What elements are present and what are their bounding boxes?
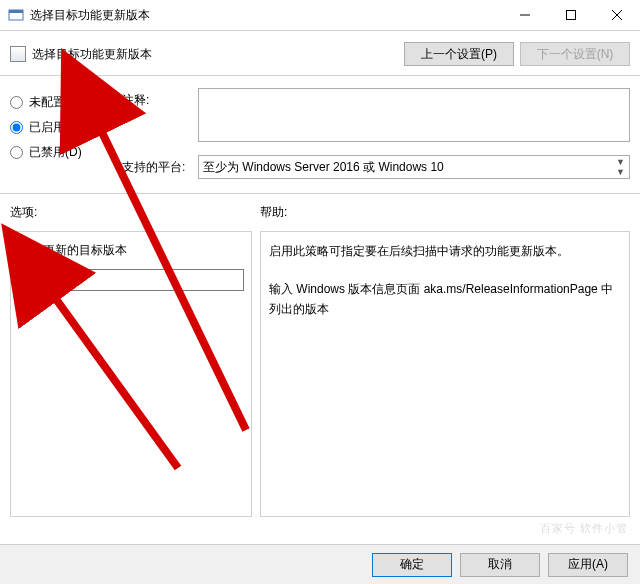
apply-button[interactable]: 应用(A) <box>548 553 628 577</box>
cancel-button[interactable]: 取消 <box>460 553 540 577</box>
policy-icon <box>10 46 26 62</box>
svg-rect-3 <box>567 11 576 20</box>
divider <box>0 193 640 194</box>
platform-label: 支持的平台: <box>122 155 192 176</box>
radio-disabled-input[interactable] <box>10 146 23 159</box>
help-pane: 启用此策略可指定要在后续扫描中请求的功能更新版本。 输入 Windows 版本信… <box>260 231 630 517</box>
ok-button[interactable]: 确定 <box>372 553 452 577</box>
next-setting-button: 下一个设置(N) <box>520 42 630 66</box>
comment-label: 注释: <box>122 88 192 109</box>
radio-label: 已禁用(D) <box>29 144 82 161</box>
platform-value: 至少为 Windows Server 2016 或 Windows 10 <box>203 159 444 176</box>
radio-not-configured-input[interactable] <box>10 96 23 109</box>
options-pane: 功能更新的目标版本 <box>10 231 252 517</box>
target-version-label: 功能更新的目标版本 <box>19 242 243 259</box>
radio-label: 已启用(E) <box>29 119 81 136</box>
minimize-button[interactable] <box>502 0 548 30</box>
radio-enabled[interactable]: 已启用(E) <box>10 119 122 136</box>
maximize-button[interactable] <box>548 0 594 30</box>
options-heading: 选项: <box>10 204 260 221</box>
titlebar: 选择目标功能更新版本 <box>0 0 640 31</box>
divider <box>0 75 640 76</box>
svg-rect-1 <box>9 10 23 13</box>
radio-not-configured[interactable]: 未配置(C) <box>10 94 122 111</box>
window-controls <box>502 0 640 30</box>
window-title: 选择目标功能更新版本 <box>30 7 502 24</box>
watermark: 百家号 软件小管 <box>540 521 628 536</box>
help-text: 输入 Windows 版本信息页面 aka.ms/ReleaseInformat… <box>269 280 621 318</box>
help-heading: 帮助: <box>260 204 287 221</box>
prev-setting-button[interactable]: 上一个设置(P) <box>404 42 514 66</box>
radio-disabled[interactable]: 已禁用(D) <box>10 144 122 161</box>
platform-select[interactable]: 至少为 Windows Server 2016 或 Windows 10 ▼▼ <box>198 155 630 179</box>
radio-enabled-input[interactable] <box>10 121 23 134</box>
close-button[interactable] <box>594 0 640 30</box>
policy-title: 选择目标功能更新版本 <box>32 46 398 63</box>
footer: 确定 取消 应用(A) <box>0 544 640 584</box>
radio-label: 未配置(C) <box>29 94 82 111</box>
window-icon <box>8 7 24 23</box>
comment-input[interactable] <box>198 88 630 142</box>
target-version-input[interactable] <box>19 269 244 291</box>
chevron-down-icon: ▼▼ <box>616 157 625 177</box>
help-text: 启用此策略可指定要在后续扫描中请求的功能更新版本。 <box>269 242 621 261</box>
